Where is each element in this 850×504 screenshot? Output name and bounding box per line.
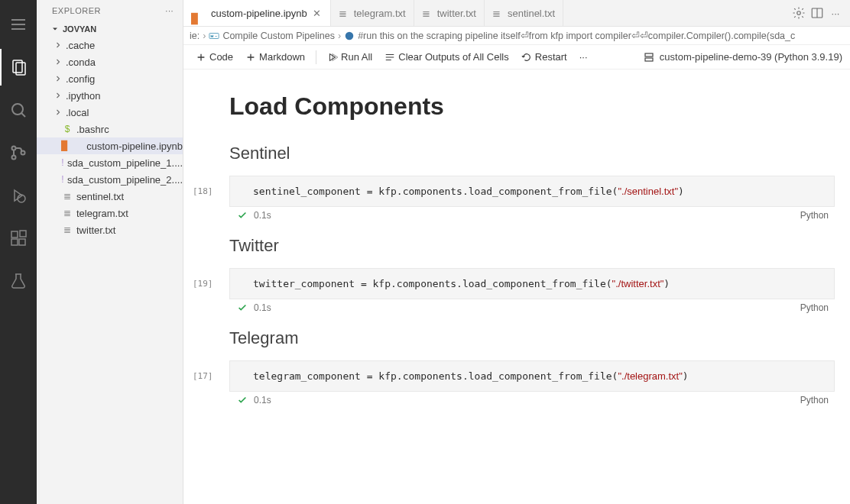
- tab-label: telegram.txt: [354, 8, 406, 19]
- more-icon[interactable]: ···: [829, 6, 842, 20]
- file-item[interactable]: !sda_custom_pipeline_2....: [37, 171, 183, 188]
- svg-rect-7: [11, 231, 18, 237]
- menu-icon[interactable]: [0, 6, 37, 43]
- folder-item[interactable]: .ipython: [37, 87, 183, 104]
- sidebar-section[interactable]: JOVYAN: [37, 21, 183, 37]
- file-label: .local: [66, 107, 89, 118]
- cell-footer: 0.1sPython: [229, 207, 835, 221]
- chevron-right-icon: ›: [203, 31, 206, 41]
- file-label: sentinel.txt: [76, 191, 124, 202]
- file-item[interactable]: ≣telegram.txt: [37, 205, 183, 221]
- svg-point-2: [12, 104, 23, 115]
- divider: [316, 50, 316, 64]
- beaker-icon[interactable]: [0, 263, 37, 299]
- chevron-down-icon: [50, 24, 60, 34]
- file-label: .cache: [66, 40, 95, 51]
- folder-item[interactable]: .local: [37, 104, 183, 121]
- main: ▉custom-pipeline.ipynb✕≣telegram.txt≣twi…: [183, 0, 850, 504]
- kernel-selector[interactable]: custom-pipeline-demo-39 (Python 3.9.19): [643, 51, 842, 63]
- file-label: sda_custom_pipeline_2....: [67, 174, 183, 186]
- svg-rect-9: [19, 239, 25, 245]
- tab-label: twitter.txt: [437, 8, 476, 19]
- tab-label: custom-pipeline.ipynb: [211, 8, 307, 19]
- cell-lang: Python: [800, 395, 829, 405]
- code-block[interactable]: sentinel_component = kfp.components.load…: [229, 176, 835, 207]
- tab-label: sentinel.txt: [508, 8, 555, 19]
- toolbar-more-button[interactable]: ···: [575, 50, 592, 64]
- tab[interactable]: ▉custom-pipeline.ipynb✕: [183, 0, 331, 26]
- kernel-label: custom-pipeline-demo-39 (Python 3.9.19): [660, 51, 842, 63]
- cell-index: [19]: [193, 279, 213, 289]
- close-icon[interactable]: ✕: [312, 8, 323, 18]
- breadcrumb-item[interactable]: Compile Custom Pipelines: [222, 31, 335, 41]
- tabs: ▉custom-pipeline.ipynb✕≣telegram.txt≣twi…: [183, 0, 850, 27]
- folder-item[interactable]: .config: [37, 70, 183, 87]
- tabs-actions: ···: [784, 0, 850, 26]
- folder-item[interactable]: .cache: [37, 37, 183, 53]
- file-label: telegram.txt: [76, 208, 128, 219]
- code-cell[interactable]: [17]telegram_component = kfp.components.…: [229, 360, 835, 405]
- tab[interactable]: ≣sentinel.txt: [485, 0, 563, 26]
- file-label: .ipython: [66, 90, 101, 102]
- breadcrumb-prefix: ie:: [190, 31, 200, 41]
- server-icon: [643, 51, 655, 63]
- tab[interactable]: ≣twitter.txt: [414, 0, 485, 26]
- file-label: custom-pipeline.ipynb: [86, 141, 183, 152]
- split-icon[interactable]: [810, 6, 824, 20]
- extensions-icon[interactable]: [0, 220, 37, 257]
- code-cell[interactable]: [19]twitter_component = kfp.components.l…: [229, 268, 835, 313]
- code-block[interactable]: twitter_component = kfp.components.load_…: [229, 268, 835, 299]
- python-icon: [344, 31, 355, 41]
- svg-point-3: [12, 147, 16, 150]
- breadcrumb[interactable]: ie: › Compile Custom Pipelines › #run th…: [183, 27, 850, 45]
- file-item[interactable]: !sda_custom_pipeline_1....: [37, 154, 183, 171]
- sidebar-more-icon[interactable]: ···: [165, 6, 174, 15]
- heading-2: Sentinel: [229, 144, 835, 163]
- breadcrumb-item[interactable]: #run this on the scraping pipeline itsel…: [358, 30, 795, 41]
- file-label: twitter.txt: [76, 225, 115, 236]
- cell-lang: Python: [800, 302, 829, 313]
- file-label: sda_custom_pipeline_1....: [67, 157, 183, 169]
- svg-rect-16: [645, 58, 653, 61]
- heading-2: Twitter: [229, 236, 835, 256]
- svg-point-5: [21, 151, 25, 155]
- gear-icon[interactable]: [792, 6, 806, 20]
- folder-item[interactable]: .conda: [37, 53, 183, 70]
- file-item[interactable]: ≣sentinel.txt: [37, 188, 183, 205]
- restart-button[interactable]: Restart: [517, 50, 572, 64]
- heading-2: Telegram: [229, 328, 835, 348]
- explorer-icon[interactable]: [0, 49, 37, 86]
- code-cell[interactable]: [18]sentinel_component = kfp.components.…: [229, 176, 835, 221]
- svg-rect-15: [645, 53, 653, 57]
- svg-point-14: [346, 31, 354, 40]
- cell-time: 0.1s: [254, 395, 271, 405]
- file-item[interactable]: $.bashrc: [37, 121, 183, 137]
- svg-point-11: [797, 11, 801, 15]
- check-icon: [237, 210, 248, 221]
- run-all-button[interactable]: Run All: [323, 50, 377, 64]
- cell-index: [17]: [193, 371, 213, 381]
- tab[interactable]: ≣telegram.txt: [331, 0, 414, 26]
- markdown-icon: [209, 31, 219, 41]
- add-markdown-button[interactable]: Markdown: [241, 50, 310, 64]
- code-block[interactable]: telegram_component = kfp.components.load…: [229, 360, 835, 392]
- check-icon: [237, 302, 248, 313]
- cell-index: [18]: [193, 186, 213, 196]
- source-control-icon[interactable]: [0, 134, 37, 171]
- activity-bar: [0, 0, 37, 504]
- cell-footer: 0.1sPython: [229, 392, 835, 405]
- sidebar-title: EXPLORER: [52, 6, 101, 15]
- file-tree: .cache.conda.config.ipython.local$.bashr…: [37, 37, 183, 504]
- search-icon[interactable]: [0, 92, 37, 128]
- cell-time: 0.1s: [254, 210, 271, 221]
- file-item[interactable]: ▉custom-pipeline.ipynb: [37, 137, 183, 154]
- chevron-right-icon: ›: [338, 31, 341, 41]
- run-debug-icon[interactable]: [0, 177, 37, 214]
- file-item[interactable]: ≣twitter.txt: [37, 221, 183, 238]
- clear-outputs-button[interactable]: Clear Outputs of All Cells: [380, 50, 514, 64]
- heading-1: Load Components: [229, 92, 835, 121]
- cell-time: 0.1s: [254, 302, 271, 313]
- notebook-body: Load Components Sentinel[18]sentinel_com…: [183, 69, 850, 504]
- check-icon: [237, 395, 248, 405]
- add-code-button[interactable]: Code: [191, 50, 238, 64]
